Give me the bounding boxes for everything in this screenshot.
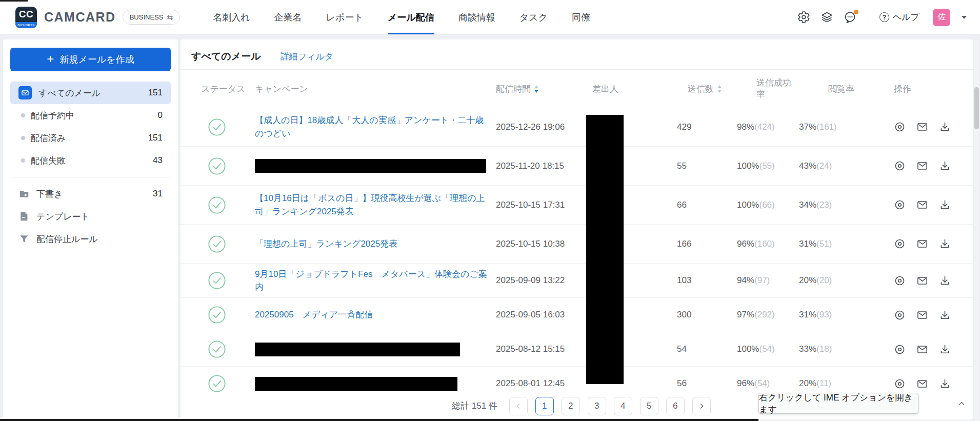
page-button-1[interactable]: 1 <box>535 397 554 415</box>
view-icon[interactable] <box>894 199 906 211</box>
sidebar-item[interactable]: 下書き31 <box>10 183 171 205</box>
status-cell <box>201 306 255 324</box>
column-header[interactable]: 送信数 <box>677 83 737 95</box>
page-button-5[interactable]: 5 <box>640 397 658 415</box>
status-cell <box>201 118 255 136</box>
sidebar-item[interactable]: 配信予約中0 <box>10 104 171 127</box>
success-rate: 97%(292) <box>737 310 799 320</box>
sidebar-item-count: 151 <box>148 133 163 143</box>
redacted-campaign <box>255 343 460 356</box>
table-row: 【10月16日は「ボスの日」】現役高校生が選ぶ「理想の上司」ランキング2025発… <box>181 186 973 225</box>
layers-icon[interactable] <box>821 11 833 24</box>
campaign-cell <box>255 377 496 391</box>
sidebar-item[interactable]: 配信済み151 <box>10 127 171 149</box>
table-row: 20250905 メディア一斉配信2025-09-05 16:0330097%(… <box>181 298 973 332</box>
mail-icon[interactable] <box>916 199 928 211</box>
mail-icon[interactable] <box>916 160 928 172</box>
download-icon[interactable] <box>939 309 951 321</box>
mail-list-panel: すべてのメール 詳細フィルタ ステータスキャンペーン配信時間差出人送信数送信成功… <box>181 39 973 419</box>
campaign-link[interactable]: 9月10日「ジョブドラフトFes メタバース」体験会のご案内 <box>255 268 496 294</box>
nav-item-3[interactable]: レポート <box>326 0 364 34</box>
redacted-sender-column <box>586 115 624 384</box>
gear-icon[interactable] <box>797 11 810 24</box>
nav-item-2[interactable]: 企業名 <box>274 0 302 34</box>
chevron-down-icon[interactable] <box>962 16 967 19</box>
sidebar-item-count: 151 <box>148 88 163 98</box>
table-row: 2025-11-20 18:1555100%(55)43%(24) <box>181 147 973 186</box>
row-actions <box>894 275 973 287</box>
row-actions <box>894 378 973 390</box>
bullet-dot-icon <box>21 113 25 117</box>
pagination-total: 総計 151 件 <box>452 400 497 412</box>
help-button[interactable]: ? ヘルプ <box>879 11 919 23</box>
mail-icon[interactable] <box>916 309 928 321</box>
download-icon[interactable] <box>939 344 951 355</box>
nav-item-5[interactable]: 商談情報 <box>458 0 495 34</box>
page-button-4[interactable]: 4 <box>614 397 632 415</box>
nav-item-1[interactable]: 名刺入れ <box>213 0 250 34</box>
status-cell <box>201 374 255 393</box>
open-rate: 33%(18) <box>799 344 894 354</box>
column-header[interactable]: 配信時間 <box>496 83 592 95</box>
chat-icon[interactable] <box>844 11 856 24</box>
avatar[interactable]: 佐 <box>933 9 950 26</box>
plan-badge-label: BUSINESS <box>130 13 164 21</box>
sidebar-item-label: すべてのメール <box>38 87 101 99</box>
sidebar-item[interactable]: 配信停止ルール <box>10 228 171 250</box>
campaign-link[interactable]: 【成人の日】18歳成人「大人の実感」アンケート・二十歳のつどい <box>255 114 496 140</box>
page-button-6[interactable]: 6 <box>666 397 685 415</box>
view-icon[interactable] <box>894 160 906 172</box>
download-icon[interactable] <box>939 378 951 390</box>
next-page-button[interactable] <box>692 397 711 415</box>
mail-icon[interactable] <box>916 121 928 133</box>
primary-nav: 名刺入れ企業名レポートメール配信商談情報タスク同僚 <box>213 0 590 34</box>
view-icon[interactable] <box>894 238 906 250</box>
page-button-2[interactable]: 2 <box>562 397 580 415</box>
ime-collapse-chevron-icon[interactable] <box>953 396 970 411</box>
mail-icon[interactable] <box>916 344 928 355</box>
download-icon[interactable] <box>939 160 951 172</box>
delivery-time: 2025-12-26 19:06 <box>496 122 592 132</box>
page-button-3[interactable]: 3 <box>588 397 606 415</box>
scrollbar-thumb[interactable] <box>974 87 979 129</box>
nav-item-4[interactable]: メール配信 <box>388 0 434 34</box>
view-icon[interactable] <box>894 121 906 133</box>
campaign-link[interactable]: 20250905 メディア一斉配信 <box>255 308 496 322</box>
download-icon[interactable] <box>939 121 951 133</box>
success-check-icon <box>208 271 226 290</box>
folder-icon <box>18 188 30 199</box>
mail-icon[interactable] <box>916 238 928 250</box>
sidebar-item-count: 0 <box>158 110 163 121</box>
nav-item-7[interactable]: 同僚 <box>572 0 590 34</box>
mail-icon[interactable] <box>916 378 928 390</box>
sidebar-item[interactable]: 配信失敗43 <box>10 149 171 172</box>
download-icon[interactable] <box>939 275 951 287</box>
compose-mail-button[interactable]: + 新規メールを作成 <box>10 48 171 71</box>
sidebar-item[interactable]: テンプレート <box>10 205 171 228</box>
status-cell <box>201 196 255 214</box>
view-icon[interactable] <box>894 275 906 287</box>
delivery-time: 2025-11-20 18:15 <box>496 161 592 171</box>
mail-icon[interactable] <box>916 275 928 287</box>
sent-count: 300 <box>677 310 737 320</box>
prev-page-button[interactable] <box>509 397 528 415</box>
download-icon[interactable] <box>939 238 951 250</box>
row-actions <box>894 344 973 355</box>
campaign-link[interactable]: 「理想の上司」ランキング2025発表 <box>255 237 496 251</box>
column-header: 閲覧率 <box>799 83 894 95</box>
filter-funnel-icon <box>18 233 30 245</box>
nav-item-6[interactable]: タスク <box>519 0 548 34</box>
view-icon[interactable] <box>894 344 906 355</box>
sidebar-item-label: テンプレート <box>36 211 90 223</box>
advanced-filter-link[interactable]: 詳細フィルタ <box>281 51 334 63</box>
campaign-link[interactable]: 【10月16日は「ボスの日」】現役高校生が選ぶ「理想の上司」ランキング2025発… <box>255 192 496 218</box>
view-icon[interactable] <box>894 309 906 321</box>
column-header: キャンペーン <box>255 83 496 95</box>
table-row: 「理想の上司」ランキング2025発表2025-10-15 10:3816696%… <box>181 225 973 264</box>
sidebar-item[interactable]: すべてのメール151 <box>10 82 171 104</box>
row-actions <box>894 121 973 133</box>
view-icon[interactable] <box>894 378 906 390</box>
download-icon[interactable] <box>939 199 951 211</box>
sidebar-divider <box>11 177 170 177</box>
plan-switcher-badge[interactable]: BUSINESS ⇆ <box>123 10 180 25</box>
